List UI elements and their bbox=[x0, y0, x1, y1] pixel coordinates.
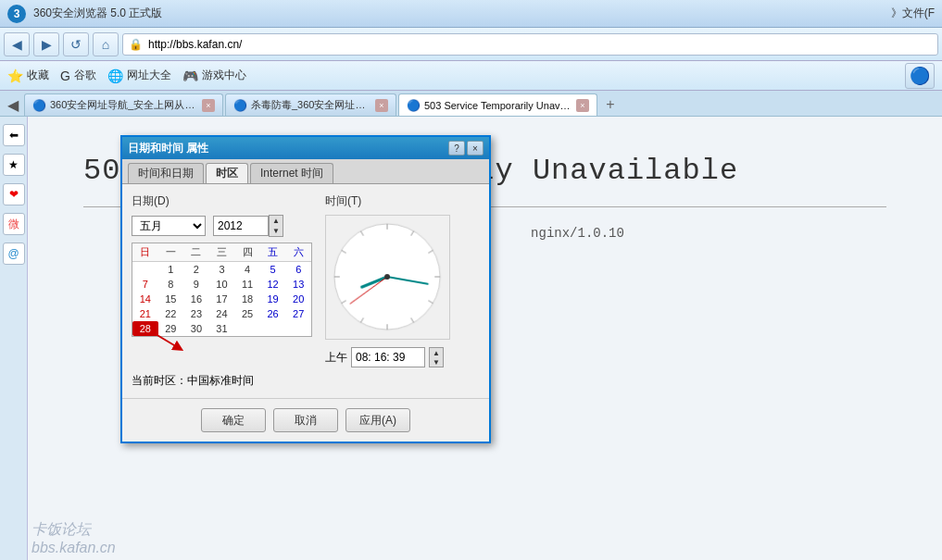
cal-cell[interactable]: 18 bbox=[234, 292, 260, 306]
cal-cell[interactable]: 6 bbox=[285, 262, 311, 277]
dialog-titlebar: 日期和时间 属性 ? × bbox=[122, 137, 489, 159]
time-section: 时间(T) 上午 ▲ ▼ bbox=[325, 193, 450, 367]
time-input-row: 上午 ▲ ▼ bbox=[325, 347, 450, 367]
calendar-header: 日 一 二 三 四 五 六 bbox=[132, 243, 311, 262]
month-select[interactable]: 五月 bbox=[132, 216, 206, 236]
dialog-tab-timezone[interactable]: 时区 bbox=[206, 163, 248, 183]
dialog-help-button[interactable]: ? bbox=[448, 141, 465, 156]
cancel-button[interactable]: 取消 bbox=[273, 408, 338, 432]
cal-cell[interactable]: 8 bbox=[158, 277, 184, 292]
year-up[interactable]: ▲ bbox=[270, 216, 283, 226]
home-button[interactable]: ⌂ bbox=[93, 32, 119, 56]
ampm-label: 上午 bbox=[325, 350, 347, 366]
address-input[interactable] bbox=[148, 38, 932, 51]
tab-0-close[interactable]: × bbox=[202, 99, 215, 112]
cal-cell[interactable]: 12 bbox=[260, 277, 286, 292]
cal-cell[interactable]: 9 bbox=[183, 277, 209, 292]
year-input[interactable] bbox=[213, 216, 269, 236]
refresh-icon: ↺ bbox=[70, 37, 82, 52]
dialog-tab-datetime[interactable]: 时间和日期 bbox=[128, 163, 204, 183]
cal-hdr-fri: 五 bbox=[260, 243, 286, 261]
time-down[interactable]: ▼ bbox=[430, 357, 443, 367]
sites-button[interactable]: 🌐 网址大全 bbox=[107, 68, 171, 83]
year-input-wrap: ▲ ▼ bbox=[213, 215, 283, 237]
sidebar-icon-mail[interactable]: @ bbox=[3, 243, 25, 265]
calendar: 日 一 二 三 四 五 六 bbox=[132, 243, 312, 337]
games-button[interactable]: 🎮 游戏中心 bbox=[182, 68, 246, 83]
address-bar[interactable]: 🔒 bbox=[122, 33, 938, 56]
red-arrow-container bbox=[144, 337, 312, 355]
date-section-title: 日期(D) bbox=[132, 193, 312, 209]
timezone-info: 当前时区：中国标准时间 bbox=[132, 373, 480, 389]
ok-button[interactable]: 确定 bbox=[201, 408, 266, 432]
dialog-close-button[interactable]: × bbox=[467, 141, 484, 156]
cal-cell[interactable]: 16 bbox=[183, 292, 209, 306]
cal-cell[interactable]: 5 bbox=[260, 262, 286, 277]
cal-hdr-tue: 二 bbox=[183, 243, 209, 261]
dialog-tab-internet[interactable]: Internet 时间 bbox=[250, 163, 333, 183]
cal-cell[interactable]: 19 bbox=[260, 292, 286, 306]
cal-cell bbox=[260, 321, 286, 336]
cal-cell[interactable]: 14 bbox=[132, 292, 158, 306]
cal-cell[interactable]: 1 bbox=[158, 262, 184, 277]
title-bar-right: 》文件(F bbox=[891, 6, 935, 21]
year-down[interactable]: ▼ bbox=[270, 226, 283, 236]
tab-0-favicon: 🔵 bbox=[32, 99, 46, 112]
games-label: 游戏中心 bbox=[202, 68, 246, 83]
time-up[interactable]: ▲ bbox=[430, 348, 443, 357]
cal-cell[interactable]: 4 bbox=[234, 262, 260, 277]
cal-cell[interactable]: 11 bbox=[234, 277, 260, 292]
date-row: 五月 ▲ ▼ bbox=[132, 215, 312, 237]
tab-1-close[interactable]: × bbox=[375, 99, 388, 112]
date-section: 日期(D) 五月 ▲ ▼ bbox=[132, 193, 312, 367]
cal-cell[interactable]: 23 bbox=[183, 306, 209, 321]
cal-cell[interactable]: 10 bbox=[209, 277, 235, 292]
cal-cell[interactable]: 13 bbox=[285, 277, 311, 292]
sidebar-icon-weibo[interactable]: 微 bbox=[3, 213, 25, 235]
extension-icon[interactable]: 🔵 bbox=[905, 63, 935, 89]
cal-cell[interactable]: 26 bbox=[260, 306, 286, 321]
new-tab-button[interactable]: + bbox=[599, 93, 622, 116]
cal-cell[interactable] bbox=[132, 262, 158, 277]
cal-cell[interactable]: 20 bbox=[285, 292, 311, 306]
cal-cell bbox=[234, 321, 260, 336]
time-input[interactable] bbox=[351, 347, 425, 367]
forward-button[interactable]: ▶ bbox=[33, 32, 59, 56]
tab-2[interactable]: 🔵 503 Service Temporarily Unavailable × bbox=[398, 93, 597, 116]
year-spinner[interactable]: ▲ ▼ bbox=[269, 215, 283, 237]
cal-cell[interactable]: 25 bbox=[234, 306, 260, 321]
cal-cell[interactable]: 7 bbox=[132, 277, 158, 292]
cal-cell[interactable]: 22 bbox=[158, 306, 184, 321]
cal-cell[interactable]: 27 bbox=[285, 306, 311, 321]
sidebar-icon-heart[interactable]: ❤ bbox=[3, 183, 25, 205]
cal-cell[interactable]: 21 bbox=[132, 306, 158, 321]
tab-1-favicon: 🔵 bbox=[233, 99, 247, 112]
refresh-button[interactable]: ↺ bbox=[63, 32, 89, 56]
tab-2-favicon: 🔵 bbox=[407, 99, 421, 112]
cal-cell[interactable]: 17 bbox=[209, 292, 235, 306]
sidebar-icon-star[interactable]: ⬅ bbox=[3, 124, 25, 146]
sidebar: ⬅ ★ ❤ 微 @ bbox=[0, 117, 28, 560]
tab-2-close[interactable]: × bbox=[576, 99, 589, 112]
cal-cell[interactable]: 3 bbox=[209, 262, 235, 277]
favorites-button[interactable]: ⭐ 收藏 bbox=[7, 68, 49, 83]
sites-label: 网址大全 bbox=[127, 68, 171, 83]
title-bar-title: 360安全浏览器 5.0 正式版 bbox=[33, 6, 162, 21]
watermark: 卡饭论坛bbs.kafan.cn bbox=[31, 520, 116, 556]
google-button[interactable]: G 谷歌 bbox=[60, 68, 96, 83]
red-arrow-svg bbox=[146, 330, 202, 357]
svg-line-0 bbox=[156, 334, 179, 348]
tab-0[interactable]: 🔵 360安全网址导航_安全上网从360开始 × bbox=[24, 93, 223, 116]
tab-scroll-left[interactable]: ◀ bbox=[4, 93, 22, 116]
time-spinner[interactable]: ▲ ▼ bbox=[429, 347, 444, 367]
back-button[interactable]: ◀ bbox=[4, 32, 30, 56]
sidebar-icon-favorites[interactable]: ★ bbox=[3, 154, 25, 176]
cal-cell[interactable]: 15 bbox=[158, 292, 184, 306]
google-label: 谷歌 bbox=[74, 68, 96, 83]
tab-1[interactable]: 🔵 杀毒防毒_360安全网址导航 × bbox=[225, 93, 396, 116]
cal-cell[interactable]: 31 bbox=[209, 321, 235, 336]
nav-bar: ◀ ▶ ↺ ⌂ 🔒 bbox=[0, 28, 942, 61]
cal-cell[interactable]: 24 bbox=[209, 306, 235, 321]
apply-button[interactable]: 应用(A) bbox=[345, 408, 410, 432]
cal-cell[interactable]: 2 bbox=[183, 262, 209, 277]
